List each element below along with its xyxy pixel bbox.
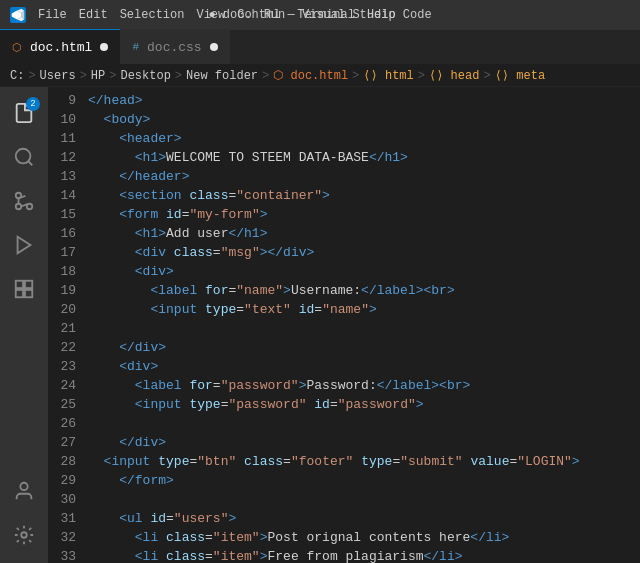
line-number: 10 — [48, 110, 88, 129]
table-row: 33 <li class="item">Free from plagiarism… — [48, 547, 640, 563]
line-number: 20 — [48, 300, 88, 319]
menu-file[interactable]: File — [38, 8, 67, 22]
line-content: </div> — [88, 338, 640, 357]
breadcrumb-head[interactable]: ⟨⟩ head — [429, 68, 479, 83]
line-number: 18 — [48, 262, 88, 281]
table-row: 25 <input type="password" id="password"> — [48, 395, 640, 414]
table-row: 16 <h1>Add user</h1> — [48, 224, 640, 243]
svg-point-0 — [16, 149, 31, 164]
breadcrumb-newfolder[interactable]: New folder — [186, 69, 258, 83]
line-number: 19 — [48, 281, 88, 300]
line-content: <div> — [88, 262, 640, 281]
css-file-icon: # — [132, 41, 139, 53]
window-title: ● doc.html — Visual Studio Code — [208, 8, 431, 22]
vscode-logo — [10, 7, 26, 23]
activity-bar-bottom — [4, 471, 44, 563]
svg-point-4 — [16, 204, 22, 210]
svg-point-10 — [20, 483, 27, 490]
line-number: 28 — [48, 452, 88, 471]
table-row: 18 <div> — [48, 262, 640, 281]
svg-line-1 — [28, 161, 32, 165]
svg-marker-5 — [18, 237, 31, 254]
svg-rect-9 — [16, 290, 23, 297]
code-editor[interactable]: 9</head>10 <body>11 <header>12 <h1>WELCO… — [48, 87, 640, 563]
breadcrumb-meta[interactable]: ⟨⟩ meta — [495, 68, 545, 83]
activity-debug[interactable] — [4, 225, 44, 265]
breadcrumb-hp[interactable]: HP — [91, 69, 105, 83]
line-number: 13 — [48, 167, 88, 186]
line-content: </div> — [88, 433, 640, 452]
activity-extensions[interactable] — [4, 269, 44, 309]
activity-files[interactable]: 2 — [4, 93, 44, 133]
line-content: <header> — [88, 129, 640, 148]
line-content: <form id="my-form"> — [88, 205, 640, 224]
line-number: 32 — [48, 528, 88, 547]
breadcrumb-dochtml[interactable]: ⬡ doc.html — [273, 68, 348, 83]
table-row: 28 <input type="btn" class="footer" type… — [48, 452, 640, 471]
title-bar: File Edit Selection View Go Run Terminal… — [0, 0, 640, 30]
breadcrumb-html[interactable]: ⟨⟩ html — [363, 68, 413, 83]
line-content — [88, 319, 640, 338]
line-number: 33 — [48, 547, 88, 563]
breadcrumb-desktop[interactable]: Desktop — [120, 69, 170, 83]
svg-rect-8 — [25, 290, 32, 297]
line-number: 25 — [48, 395, 88, 414]
table-row: 20 <input type="text" id="name"> — [48, 300, 640, 319]
line-content: <label for="name">Username:</label><br> — [88, 281, 640, 300]
activity-bar: 2 — [0, 87, 48, 563]
table-row: 10 <body> — [48, 110, 640, 129]
line-number: 31 — [48, 509, 88, 528]
line-number: 16 — [48, 224, 88, 243]
tab-doc-html-label: doc.html — [30, 40, 92, 55]
line-content: <section class="container"> — [88, 186, 640, 205]
tab-doc-css[interactable]: # doc.css — [120, 29, 229, 64]
table-row: 11 <header> — [48, 129, 640, 148]
main-area: 2 — [0, 87, 640, 563]
line-content: <input type="btn" class="footer" type="s… — [88, 452, 640, 471]
table-row: 17 <div class="msg"></div> — [48, 243, 640, 262]
breadcrumb: C: > Users > HP > Desktop > New folder >… — [0, 65, 640, 87]
menu-selection[interactable]: Selection — [120, 8, 185, 22]
table-row: 15 <form id="my-form"> — [48, 205, 640, 224]
table-row: 13 </header> — [48, 167, 640, 186]
breadcrumb-users[interactable]: Users — [40, 69, 76, 83]
svg-rect-7 — [25, 281, 32, 288]
line-number: 30 — [48, 490, 88, 509]
menu-edit[interactable]: Edit — [79, 8, 108, 22]
line-content: <li class="item">Free from plagiarism</l… — [88, 547, 640, 563]
table-row: 9</head> — [48, 91, 640, 110]
line-number: 23 — [48, 357, 88, 376]
svg-rect-6 — [16, 281, 23, 288]
line-content: <li class="item">Post orignal contents h… — [88, 528, 640, 547]
line-number: 24 — [48, 376, 88, 395]
line-number: 27 — [48, 433, 88, 452]
activity-source-control[interactable] — [4, 181, 44, 221]
table-row: 21 — [48, 319, 640, 338]
table-row: 26 — [48, 414, 640, 433]
line-number: 11 — [48, 129, 88, 148]
line-number: 26 — [48, 414, 88, 433]
code-lines: 9</head>10 <body>11 <header>12 <h1>WELCO… — [48, 87, 640, 563]
line-content: </head> — [88, 91, 640, 110]
activity-settings[interactable] — [4, 515, 44, 555]
svg-point-11 — [21, 532, 27, 538]
line-number: 17 — [48, 243, 88, 262]
html-file-icon: ⬡ — [12, 41, 22, 54]
line-content — [88, 490, 640, 509]
table-row: 14 <section class="container"> — [48, 186, 640, 205]
table-row: 32 <li class="item">Post orignal content… — [48, 528, 640, 547]
activity-search[interactable] — [4, 137, 44, 177]
line-number: 9 — [48, 91, 88, 110]
line-content: </form> — [88, 471, 640, 490]
line-content: <div class="msg"></div> — [88, 243, 640, 262]
line-content: <h1>WELCOME TO STEEM DATA-BASE</h1> — [88, 148, 640, 167]
line-number: 21 — [48, 319, 88, 338]
activity-account[interactable] — [4, 471, 44, 511]
line-content — [88, 414, 640, 433]
table-row: 30 — [48, 490, 640, 509]
tab-doc-html[interactable]: ⬡ doc.html — [0, 29, 120, 64]
breadcrumb-c[interactable]: C: — [10, 69, 24, 83]
table-row: 23 <div> — [48, 357, 640, 376]
line-number: 14 — [48, 186, 88, 205]
line-content: <input type="text" id="name"> — [88, 300, 640, 319]
